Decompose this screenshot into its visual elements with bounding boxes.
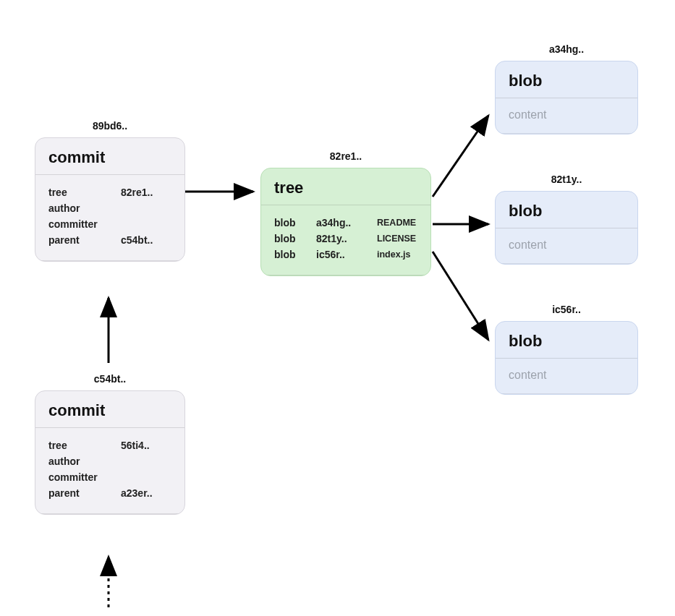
field-key: parent xyxy=(48,234,111,246)
field-key: author xyxy=(48,455,111,467)
entry-type: blob xyxy=(274,249,306,260)
field-val: a23er.. xyxy=(121,487,171,499)
blob1-box: blob content xyxy=(495,61,638,134)
tree-hash-label: 82re1.. xyxy=(260,150,431,162)
entry-type: blob xyxy=(274,217,306,228)
blob3-box: blob content xyxy=(495,321,638,395)
commit1-title: commit xyxy=(35,138,184,175)
blob2-content: content xyxy=(496,228,637,264)
field-val xyxy=(121,471,171,483)
blob2-title: blob xyxy=(496,192,637,228)
tree-row: blob 82t1y.. LICENSE xyxy=(274,233,417,244)
entry-hash: 82t1y.. xyxy=(316,233,367,244)
entry-name: index.js xyxy=(377,249,417,260)
commit1-box: commit tree 82re1.. author committer par… xyxy=(35,137,185,262)
entry-type: blob xyxy=(274,233,306,244)
tree-row: blob ic56r.. index.js xyxy=(274,249,417,260)
tree-row: blob a34hg.. README xyxy=(274,217,417,228)
commit1-row: author xyxy=(48,202,171,214)
commit2-hash-label: c54bt.. xyxy=(35,373,185,385)
field-key: committer xyxy=(48,471,111,483)
field-key: tree xyxy=(48,440,111,451)
commit1-hash-label: 89bd6.. xyxy=(35,120,185,132)
commit2-row: tree 56ti4.. xyxy=(48,440,171,451)
blob3-title: blob xyxy=(496,322,637,359)
blob3-hash-label: ic56r.. xyxy=(495,304,638,315)
blob1-content: content xyxy=(496,98,637,134)
tree-title: tree xyxy=(261,168,430,205)
svg-line-6 xyxy=(433,252,488,340)
blob2-box: blob content xyxy=(495,191,638,265)
commit2-row: committer xyxy=(48,471,171,483)
field-val: c54bt.. xyxy=(121,234,171,246)
blob1-title: blob xyxy=(496,61,637,98)
commit1-row: tree 82re1.. xyxy=(48,187,171,198)
field-val xyxy=(121,455,171,467)
blob2-hash-label: 82t1y.. xyxy=(495,174,638,185)
blob3-content: content xyxy=(496,359,637,394)
commit1-row: committer xyxy=(48,218,171,230)
svg-line-4 xyxy=(433,116,488,197)
blob1-hash-label: a34hg.. xyxy=(495,43,638,55)
tree-box: tree blob a34hg.. README blob 82t1y.. LI… xyxy=(260,168,431,276)
commit2-row: author xyxy=(48,455,171,467)
tree-body: blob a34hg.. README blob 82t1y.. LICENSE… xyxy=(261,205,430,275)
entry-hash: ic56r.. xyxy=(316,249,367,260)
commit1-body: tree 82re1.. author committer parent c54… xyxy=(35,175,184,261)
field-key: author xyxy=(48,202,111,214)
entry-name: README xyxy=(377,217,417,228)
field-key: tree xyxy=(48,187,111,198)
diagram-canvas: 89bd6.. commit tree 82re1.. author commi… xyxy=(0,0,675,616)
commit2-box: commit tree 56ti4.. author committer par… xyxy=(35,390,185,515)
field-val xyxy=(121,202,171,214)
commit2-row: parent a23er.. xyxy=(48,487,171,499)
commit2-body: tree 56ti4.. author committer parent a23… xyxy=(35,428,184,514)
field-val: 82re1.. xyxy=(121,187,171,198)
field-val xyxy=(121,218,171,230)
commit1-row: parent c54bt.. xyxy=(48,234,171,246)
field-key: committer xyxy=(48,218,111,230)
commit2-title: commit xyxy=(35,391,184,428)
entry-name: LICENSE xyxy=(377,233,417,244)
entry-hash: a34hg.. xyxy=(316,217,367,228)
field-val: 56ti4.. xyxy=(121,440,171,451)
field-key: parent xyxy=(48,487,111,499)
